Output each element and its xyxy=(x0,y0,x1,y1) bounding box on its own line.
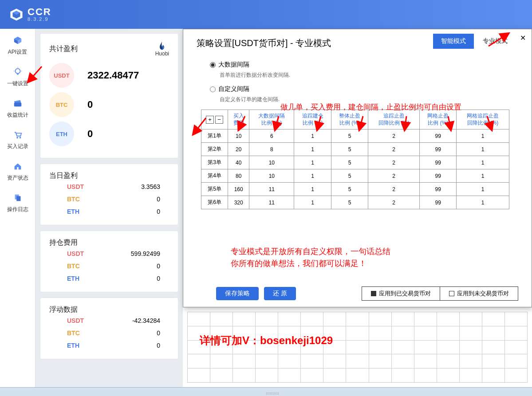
table-cell[interactable]: 99 xyxy=(419,129,456,143)
table-header: 网格止盈比例 (%) xyxy=(419,110,456,129)
table-cell[interactable]: 5 xyxy=(331,183,368,196)
table-cell[interactable]: 1 xyxy=(457,156,509,169)
table-cell[interactable]: 99 xyxy=(419,169,456,183)
nav-onekey-label: 一键设置 xyxy=(7,80,28,87)
table-header: 买入费用 xyxy=(228,110,249,129)
radio-custom-sub: 自定义各订单的建仓间隔. xyxy=(220,96,518,103)
table-cell[interactable]: 80 xyxy=(228,169,249,183)
apply-untraded[interactable]: 应用到未交易货币对 xyxy=(440,287,518,300)
tab-smart[interactable]: 智能模式 xyxy=(433,34,474,49)
table-cell[interactable]: 1 xyxy=(457,129,509,143)
table-cell[interactable]: 2 xyxy=(368,169,420,183)
table-cell[interactable]: 1 xyxy=(294,156,331,169)
checkbox-checked-icon xyxy=(371,291,376,296)
hold-btc-label: BTC xyxy=(67,263,80,270)
today-eth-label: ETH xyxy=(67,208,79,215)
table-cell[interactable]: 1 xyxy=(294,129,331,143)
radio-bigdata-input[interactable] xyxy=(210,62,216,68)
table-row: 第4单8010152991 xyxy=(201,169,509,183)
remove-row-button[interactable]: − xyxy=(215,116,223,124)
table-cell[interactable]: 320 xyxy=(228,196,249,209)
close-icon[interactable]: ✕ xyxy=(518,34,527,42)
nav-onekey[interactable]: 一键设置 xyxy=(0,60,35,92)
apply-untraded-label: 应用到未交易货币对 xyxy=(457,290,509,298)
table-cell[interactable]: 5 xyxy=(331,156,368,169)
table-cell[interactable]: 2 xyxy=(368,129,420,143)
float-eth-value: 0 xyxy=(157,342,160,349)
table-cell[interactable]: 2 xyxy=(368,183,420,196)
table-cell[interactable]: 2 xyxy=(368,143,420,156)
table-cell[interactable]: 8 xyxy=(249,143,294,156)
apply-traded[interactable]: 应用到已交易货币对 xyxy=(362,287,440,300)
table-cell[interactable]: 5 xyxy=(331,143,368,156)
logo-block: CCR 8.3.2.9 xyxy=(9,7,51,22)
nav-oplog[interactable]: 操作日志 xyxy=(0,186,35,218)
right-area: 策略设置[USDT货币对] - 专业模式 智能模式 专业模式 ✕ 大数据间隔 首… xyxy=(183,29,532,387)
statusbar xyxy=(0,387,532,396)
table-cell[interactable]: 1 xyxy=(294,183,331,196)
save-button[interactable]: 保存策略 xyxy=(216,287,259,300)
nav-assets[interactable]: 资产状态 xyxy=(0,155,35,186)
table-cell[interactable]: 5 xyxy=(331,129,368,143)
radio-custom[interactable]: 自定义间隔 xyxy=(210,85,518,93)
table-cell[interactable]: 1 xyxy=(457,143,509,156)
nav-buylog[interactable]: 买入记录 xyxy=(0,123,35,155)
modal-title: 策略设置[USDT货币对] - 专业模式 xyxy=(197,34,331,49)
table-cell[interactable]: 6 xyxy=(249,129,294,143)
table-cell[interactable]: 1 xyxy=(457,169,509,183)
checkbox-icon xyxy=(449,291,454,296)
today-eth-value: 0 xyxy=(157,208,160,215)
today-usdt-value: 3.3563 xyxy=(141,183,160,190)
radio-bigdata[interactable]: 大数据间隔 xyxy=(210,61,518,69)
today-btc-label: BTC xyxy=(67,196,80,203)
background-grid xyxy=(187,312,528,383)
svg-rect-11 xyxy=(14,102,21,106)
float-btc-label: BTC xyxy=(67,329,80,337)
table-cell[interactable]: 99 xyxy=(419,196,456,209)
nav-buylog-label: 买入记录 xyxy=(7,143,28,150)
tab-pro[interactable]: 专业模式 xyxy=(475,34,516,49)
table-cell[interactable]: 11 xyxy=(249,196,294,209)
strategy-modal: 策略设置[USDT货币对] - 专业模式 智能模式 专业模式 ✕ 大数据间隔 首… xyxy=(183,29,532,307)
float-usdt-label: USDT xyxy=(67,317,84,324)
table-cell[interactable]: 1 xyxy=(457,196,509,209)
table-cell[interactable]: 2 xyxy=(368,196,420,209)
table-cell[interactable]: 1 xyxy=(457,183,509,196)
float-data-card: 浮动数据 USDT-42.34284 BTC0 ETH0 xyxy=(40,298,178,359)
table-row: 第2单208152991 xyxy=(201,143,509,156)
table-cell[interactable]: 5 xyxy=(331,169,368,183)
radio-custom-input[interactable] xyxy=(210,86,216,92)
mode-tabs: 智能模式 专业模式 xyxy=(433,34,516,49)
app-logo-icon xyxy=(9,7,24,22)
table-cell[interactable]: 1 xyxy=(294,196,331,209)
table-cell[interactable]: 99 xyxy=(419,143,456,156)
table-cell[interactable]: 99 xyxy=(419,183,456,196)
table-header: 大数据间隔比例 (%) xyxy=(249,110,294,129)
add-row-button[interactable]: + xyxy=(206,116,214,124)
nav-stats[interactable]: 收益统计 xyxy=(0,92,35,123)
table-cell[interactable]: 1 xyxy=(294,169,331,183)
apply-traded-label: 应用到已交易货币对 xyxy=(379,290,431,298)
hold-btc-value: 0 xyxy=(157,263,160,270)
table-cell[interactable]: 10 xyxy=(249,156,294,169)
table-cell[interactable]: 99 xyxy=(419,156,456,169)
apply-box: 应用到已交易货币对 应用到未交易货币对 xyxy=(362,286,518,301)
table-cell[interactable]: 10 xyxy=(228,129,249,143)
nav-api[interactable]: API设置 xyxy=(0,29,35,60)
table-cell[interactable]: 5 xyxy=(331,196,368,209)
total-usdt-value: 2322.48477 xyxy=(87,70,139,81)
table-cell[interactable]: 11 xyxy=(249,183,294,196)
radio-custom-label: 自定义间隔 xyxy=(218,85,249,93)
svg-point-12 xyxy=(16,137,18,139)
table-cell[interactable]: 40 xyxy=(228,156,249,169)
table-cell[interactable]: 160 xyxy=(228,183,249,196)
table-cell[interactable]: 10 xyxy=(249,169,294,183)
table-cell[interactable]: 2 xyxy=(368,156,420,169)
app-title: CCR xyxy=(28,7,51,17)
resize-grip-icon[interactable] xyxy=(266,392,280,395)
reset-button[interactable]: 还 原 xyxy=(264,287,296,300)
bulb-icon xyxy=(12,67,23,77)
table-cell[interactable]: 20 xyxy=(228,143,249,156)
table-cell[interactable]: 1 xyxy=(294,143,331,156)
hold-usdt-value: 599.92499 xyxy=(131,250,160,257)
